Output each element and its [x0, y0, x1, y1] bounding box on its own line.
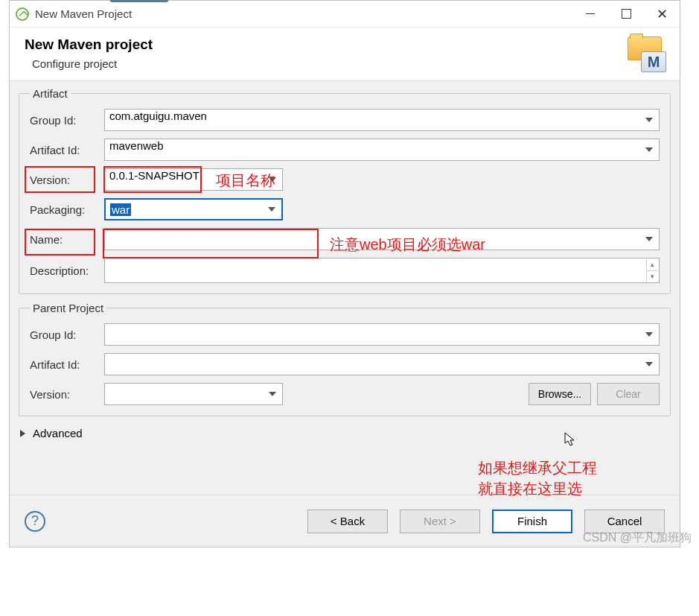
packaging-label: Packaging:: [30, 203, 104, 216]
expand-triangle-icon: [20, 430, 25, 437]
clear-button[interactable]: Clear: [597, 383, 660, 405]
spinner-icon[interactable]: ▴▾: [646, 259, 658, 282]
wizard-footer: ? < Back Next > Finish Cancel: [10, 495, 680, 547]
chevron-down-icon: [269, 177, 276, 182]
parent-version-label: Version:: [30, 388, 104, 401]
name-label: Name:: [30, 233, 104, 246]
wizard-header: New Maven project Configure project M: [10, 28, 680, 81]
close-button[interactable]: ✕: [644, 1, 680, 28]
description-label: Description:: [30, 264, 104, 277]
chevron-down-icon: [645, 118, 653, 122]
artifact-id-value: mavenweb: [109, 139, 164, 152]
wizard-heading: New Maven project: [25, 36, 153, 53]
artifact-id-label: Artifact Id:: [30, 144, 104, 156]
artifact-legend: Artifact: [30, 87, 71, 100]
minimize-button[interactable]: [572, 1, 608, 28]
cancel-button[interactable]: Cancel: [584, 509, 665, 533]
name-input[interactable]: [104, 228, 660, 250]
advanced-toggle[interactable]: Advanced: [19, 424, 671, 442]
parent-group-id-input[interactable]: [104, 323, 660, 346]
chevron-down-icon: [645, 147, 653, 152]
parent-version-input[interactable]: [104, 383, 283, 405]
dialog-window: New Maven Project ✕ New Maven project Co…: [9, 0, 680, 547]
next-button[interactable]: Next >: [400, 509, 480, 533]
chevron-down-icon: [268, 207, 275, 212]
wizard-body: Artifact Group Id: com.atguigu.maven Art…: [10, 81, 680, 495]
maximize-button[interactable]: [608, 1, 644, 28]
window-controls: ✕: [572, 1, 680, 28]
window-title: New Maven Project: [35, 7, 132, 20]
version-label: Version:: [30, 174, 104, 186]
titlebar: New Maven Project ✕: [10, 1, 680, 28]
artifact-group: Artifact Group Id: com.atguigu.maven Art…: [19, 87, 671, 294]
watermark: CSDN @平凡加班狗: [583, 530, 692, 546]
packaging-value: war: [110, 203, 131, 216]
decorative-bar: [110, 0, 168, 2]
artifact-id-input[interactable]: mavenweb: [104, 139, 660, 161]
chevron-down-icon: [269, 392, 276, 396]
group-id-value: com.atguigu.maven: [109, 109, 207, 122]
parent-project-group: Parent Project Group Id: Artifact Id: Ve…: [19, 302, 671, 416]
advanced-label: Advanced: [33, 427, 83, 439]
chevron-down-icon: [645, 332, 653, 337]
wizard-icon: M: [623, 36, 665, 69]
group-id-input[interactable]: com.atguigu.maven: [104, 109, 660, 131]
finish-button[interactable]: Finish: [492, 509, 572, 533]
parent-artifact-id-input[interactable]: [104, 353, 660, 375]
parent-artifact-id-label: Artifact Id:: [30, 358, 104, 371]
maven-badge-icon: M: [641, 51, 666, 72]
parent-group-id-label: Group Id:: [30, 328, 104, 341]
wizard-subtitle: Configure project: [25, 57, 153, 70]
packaging-input[interactable]: war: [104, 198, 283, 220]
chevron-down-icon: [645, 362, 653, 366]
back-button[interactable]: < Back: [307, 509, 388, 533]
description-input[interactable]: ▴▾: [104, 258, 660, 283]
version-input[interactable]: 0.0.1-SNAPSHOT: [104, 168, 283, 191]
spring-leaf-icon: [16, 7, 29, 21]
parent-legend: Parent Project: [30, 302, 106, 314]
group-id-label: Group Id:: [30, 114, 104, 127]
version-value: 0.0.1-SNAPSHOT: [109, 169, 200, 182]
browse-button[interactable]: Browse...: [529, 383, 591, 405]
help-icon[interactable]: ?: [25, 511, 45, 532]
chevron-down-icon: [645, 237, 653, 241]
